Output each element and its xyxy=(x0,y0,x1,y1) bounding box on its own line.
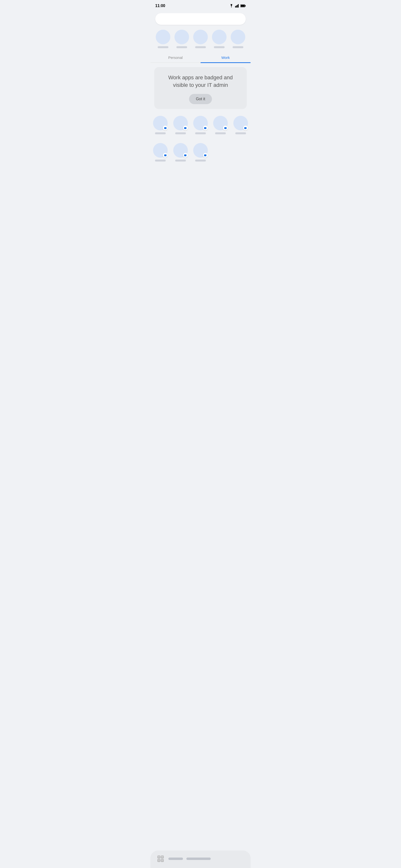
info-card-message: Work apps are badged and visible to your… xyxy=(160,74,241,89)
svg-rect-8 xyxy=(164,127,166,129)
work-badge-icon xyxy=(183,153,188,158)
app-icon xyxy=(231,30,245,44)
list-item[interactable] xyxy=(153,143,168,161)
app-label xyxy=(195,46,206,48)
work-badge-icon xyxy=(203,153,208,158)
work-app-icon xyxy=(233,116,248,130)
app-label xyxy=(175,132,186,134)
list-item[interactable] xyxy=(193,30,208,48)
svg-rect-9 xyxy=(184,127,186,129)
app-label xyxy=(195,132,206,134)
spacer xyxy=(150,168,251,207)
svg-rect-4 xyxy=(238,4,239,7)
svg-rect-2 xyxy=(236,5,237,7)
list-item[interactable] xyxy=(233,116,248,134)
app-icon xyxy=(156,30,170,44)
search-bar[interactable] xyxy=(155,13,246,25)
app-label xyxy=(215,132,226,134)
app-icon xyxy=(212,30,226,44)
app-icon xyxy=(193,30,208,44)
list-item[interactable] xyxy=(155,30,171,48)
work-badge-icon xyxy=(183,126,188,130)
work-app-icon xyxy=(193,143,208,158)
app-label xyxy=(233,46,243,48)
work-app-icon xyxy=(153,116,168,130)
signal-icon xyxy=(235,4,239,7)
tab-personal[interactable]: Personal xyxy=(150,52,201,63)
list-item[interactable] xyxy=(193,143,208,161)
svg-rect-1 xyxy=(235,6,236,7)
svg-point-0 xyxy=(231,7,232,7)
app-label xyxy=(158,46,168,48)
battery-icon xyxy=(240,4,246,7)
app-icon xyxy=(175,30,189,44)
work-app-icon xyxy=(193,116,208,130)
app-label xyxy=(155,160,166,161)
svg-rect-10 xyxy=(204,127,206,129)
got-it-button[interactable]: Got it xyxy=(189,94,212,104)
status-bar: 11:00 xyxy=(150,0,251,11)
svg-rect-13 xyxy=(164,154,166,156)
svg-rect-11 xyxy=(224,127,226,129)
work-app-icon xyxy=(213,116,228,130)
work-app-row-1 xyxy=(150,113,251,137)
svg-rect-7 xyxy=(241,5,245,7)
work-app-icon xyxy=(173,116,188,130)
list-item[interactable] xyxy=(230,30,246,48)
svg-rect-3 xyxy=(237,5,238,7)
list-item[interactable] xyxy=(211,30,227,48)
tab-work[interactable]: Work xyxy=(201,52,251,63)
status-icons xyxy=(229,4,246,7)
top-app-row xyxy=(150,30,251,48)
work-badge-icon xyxy=(163,153,168,158)
list-item[interactable] xyxy=(173,143,188,161)
app-label xyxy=(155,132,166,134)
list-item[interactable] xyxy=(193,116,208,134)
svg-rect-14 xyxy=(184,154,186,156)
list-item[interactable] xyxy=(174,30,190,48)
status-time: 11:00 xyxy=(155,4,165,8)
work-badge-icon xyxy=(223,126,228,130)
app-label xyxy=(214,46,224,48)
info-card: Work apps are badged and visible to your… xyxy=(154,67,247,109)
work-badge-icon xyxy=(163,126,168,130)
svg-rect-15 xyxy=(204,154,206,156)
app-label xyxy=(235,132,246,134)
app-label xyxy=(177,46,187,48)
list-item[interactable] xyxy=(153,116,168,134)
work-badge-icon xyxy=(203,126,208,130)
work-app-icon xyxy=(173,143,188,158)
work-app-icon xyxy=(153,143,168,158)
tab-bar: Personal Work xyxy=(150,52,251,63)
wifi-icon xyxy=(229,4,234,7)
list-item[interactable] xyxy=(213,116,228,134)
list-item[interactable] xyxy=(173,116,188,134)
svg-rect-12 xyxy=(244,127,246,129)
work-badge-icon xyxy=(243,126,248,130)
app-label xyxy=(195,160,206,161)
app-label xyxy=(175,160,186,161)
svg-rect-6 xyxy=(245,5,246,6)
work-app-row-2 xyxy=(150,141,251,164)
